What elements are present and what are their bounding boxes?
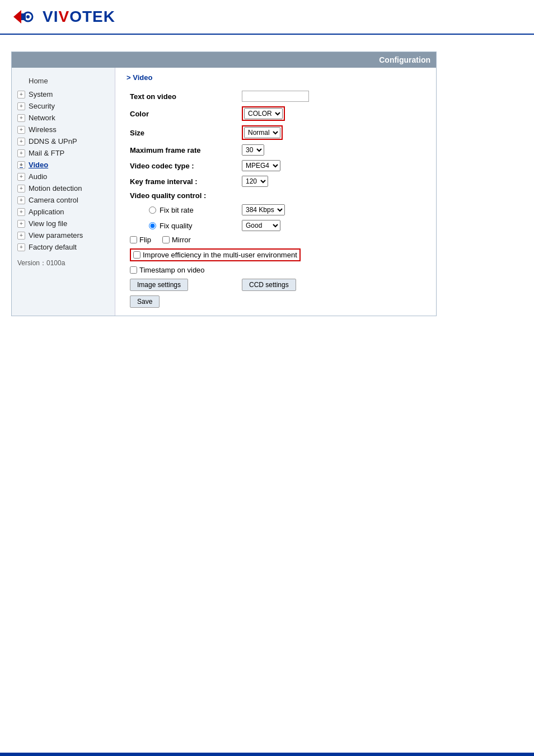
logo: VIVOTEK bbox=[11, 6, 523, 28]
cell-color: COLOR B&W bbox=[238, 104, 425, 123]
sidebar-item-ddns[interactable]: + DDNS & UPnP bbox=[12, 135, 115, 147]
expand-icon-network: + bbox=[17, 114, 25, 122]
row-size: Size Normal Large Small bbox=[127, 123, 425, 142]
cell-vq-empty bbox=[238, 189, 425, 202]
fix-quality-radio[interactable] bbox=[149, 222, 156, 229]
cell-framerate: 30 15 10 5 1 bbox=[238, 142, 425, 158]
expand-icon-video: + bbox=[17, 161, 25, 169]
flip-checkbox[interactable] bbox=[130, 236, 137, 243]
content-area: > Video Text on video Color bbox=[115, 68, 436, 316]
sidebar-item-motion[interactable]: + Motion detection bbox=[12, 182, 115, 194]
expand-icon-viewlog: + bbox=[17, 220, 25, 228]
config-body: Home + System + Security + Network + Wir… bbox=[12, 68, 436, 316]
bitrate-select[interactable]: 384 Kbps 512 Kbps 768 Kbps 1 Mbps 2 Mbps bbox=[242, 204, 285, 215]
row-framerate: Maximum frame rate 30 15 10 5 1 bbox=[127, 142, 425, 158]
color-select[interactable]: COLOR B&W bbox=[244, 108, 283, 119]
cell-text-on-video bbox=[238, 88, 425, 104]
row-vq-label: Video quality control : bbox=[127, 189, 425, 202]
expand-icon-security: + bbox=[17, 102, 25, 110]
main-content: Configuration Home + System + Security + bbox=[0, 35, 534, 327]
form-table: Text on video Color COLOR bbox=[127, 88, 425, 310]
svg-marker-0 bbox=[13, 10, 21, 24]
label-text-on-video: Text on video bbox=[127, 88, 238, 104]
sidebar-item-network[interactable]: + Network bbox=[12, 112, 115, 124]
sidebar-item-video[interactable]: + Video bbox=[12, 159, 115, 171]
config-header: Configuration bbox=[12, 52, 436, 68]
svg-point-3 bbox=[26, 15, 30, 18]
cell-image-settings: Image settings bbox=[127, 276, 238, 293]
row-keyframe: Key frame interval : 120 60 30 bbox=[127, 173, 425, 189]
quality-select[interactable]: Good Normal Medium Poor bbox=[242, 220, 280, 231]
cell-quality-select: Good Normal Medium Poor bbox=[238, 218, 425, 233]
image-settings-button[interactable]: Image settings bbox=[130, 279, 188, 291]
section-title: > Video bbox=[127, 73, 425, 82]
timestamp-checkbox[interactable] bbox=[130, 266, 137, 274]
cell-keyframe: 120 60 30 bbox=[238, 173, 425, 189]
label-codec: Video codec type : bbox=[127, 158, 238, 173]
flip-mirror-row: Flip Mirror bbox=[130, 236, 421, 244]
flip-label-wrapper: Flip bbox=[130, 236, 151, 244]
label-framerate: Maximum frame rate bbox=[127, 142, 238, 158]
row-flip-mirror: Flip Mirror bbox=[127, 233, 425, 246]
row-fix-quality: Fix quality Good Normal Medium Poor bbox=[127, 218, 425, 233]
mirror-checkbox[interactable] bbox=[162, 236, 170, 243]
sidebar-item-viewparams[interactable]: + View parameters bbox=[12, 229, 115, 241]
label-size: Size bbox=[127, 123, 238, 142]
cell-timestamp: Timestamp on video bbox=[127, 264, 425, 276]
cell-bitrate-select: 384 Kbps 512 Kbps 768 Kbps 1 Mbps 2 Mbps bbox=[238, 202, 425, 218]
header: VIVOTEK bbox=[0, 0, 534, 35]
row-fix-bitrate: Fix bit rate 384 Kbps 512 Kbps 768 Kbps … bbox=[127, 202, 425, 218]
ccd-settings-button[interactable]: CCD settings bbox=[242, 279, 296, 291]
sidebar: Home + System + Security + Network + Wir… bbox=[12, 68, 115, 316]
color-select-wrapper: COLOR B&W bbox=[242, 106, 285, 121]
config-title: Configuration bbox=[379, 55, 430, 64]
cell-save: Save bbox=[127, 293, 425, 310]
sidebar-item-wireless[interactable]: + Wireless bbox=[12, 124, 115, 135]
row-codec: Video codec type : MPEG4 MJPEG bbox=[127, 158, 425, 173]
row-settings-buttons: Image settings CCD settings bbox=[127, 276, 425, 293]
expand-icon-factory: + bbox=[17, 243, 25, 251]
sidebar-item-camera[interactable]: + Camera control bbox=[12, 194, 115, 206]
expand-icon-viewparams: + bbox=[17, 232, 25, 240]
timestamp-label-wrapper: Timestamp on video bbox=[130, 266, 421, 274]
sidebar-version: Version：0100a bbox=[12, 253, 115, 274]
cell-size: Normal Large Small bbox=[238, 123, 425, 142]
sidebar-item-audio[interactable]: + Audio bbox=[12, 171, 115, 182]
cell-codec: MPEG4 MJPEG bbox=[238, 158, 425, 173]
fix-quality-label: Fix quality bbox=[149, 222, 235, 230]
improve-box: Improve efficiency in the multi-user env… bbox=[130, 248, 301, 261]
sidebar-item-home[interactable]: Home bbox=[12, 73, 115, 88]
expand-icon-motion: + bbox=[17, 185, 25, 192]
fix-bitrate-radio[interactable] bbox=[149, 206, 156, 214]
size-select-wrapper: Normal Large Small bbox=[242, 125, 283, 140]
keyframe-select[interactable]: 120 60 30 bbox=[242, 176, 268, 187]
logo-icon bbox=[11, 6, 39, 28]
cell-flip-mirror: Flip Mirror bbox=[127, 233, 425, 246]
logo-text: VIVOTEK bbox=[43, 8, 115, 26]
sidebar-item-factory[interactable]: + Factory default bbox=[12, 241, 115, 253]
row-timestamp: Timestamp on video bbox=[127, 264, 425, 276]
row-color: Color COLOR B&W bbox=[127, 104, 425, 123]
row-text-on-video: Text on video bbox=[127, 88, 425, 104]
codec-select[interactable]: MPEG4 MJPEG bbox=[242, 160, 280, 171]
sidebar-item-system[interactable]: + System bbox=[12, 88, 115, 100]
row-save: Save bbox=[127, 293, 425, 310]
sidebar-item-mail-ftp[interactable]: + Mail & FTP bbox=[12, 147, 115, 159]
text-on-video-input[interactable] bbox=[242, 91, 309, 102]
framerate-select[interactable]: 30 15 10 5 1 bbox=[242, 144, 264, 156]
cell-ccd-settings: CCD settings bbox=[238, 276, 425, 293]
sidebar-item-viewlog[interactable]: + View log file bbox=[12, 218, 115, 229]
save-button[interactable]: Save bbox=[130, 295, 160, 308]
sidebar-item-application[interactable]: + Application bbox=[12, 206, 115, 218]
sidebar-item-security[interactable]: + Security bbox=[12, 100, 115, 112]
label-color: Color bbox=[127, 104, 238, 123]
expand-icon-application: + bbox=[17, 208, 25, 216]
expand-icon-mail: + bbox=[17, 149, 25, 157]
expand-icon-camera: + bbox=[17, 196, 25, 204]
label-keyframe: Key frame interval : bbox=[127, 173, 238, 189]
cell-fix-bitrate-radio: Fix bit rate bbox=[127, 202, 238, 218]
improve-checkbox[interactable] bbox=[133, 251, 140, 259]
mirror-label-wrapper: Mirror bbox=[162, 236, 191, 244]
cell-improve: Improve efficiency in the multi-user env… bbox=[127, 246, 425, 264]
size-select[interactable]: Normal Large Small bbox=[244, 127, 280, 138]
